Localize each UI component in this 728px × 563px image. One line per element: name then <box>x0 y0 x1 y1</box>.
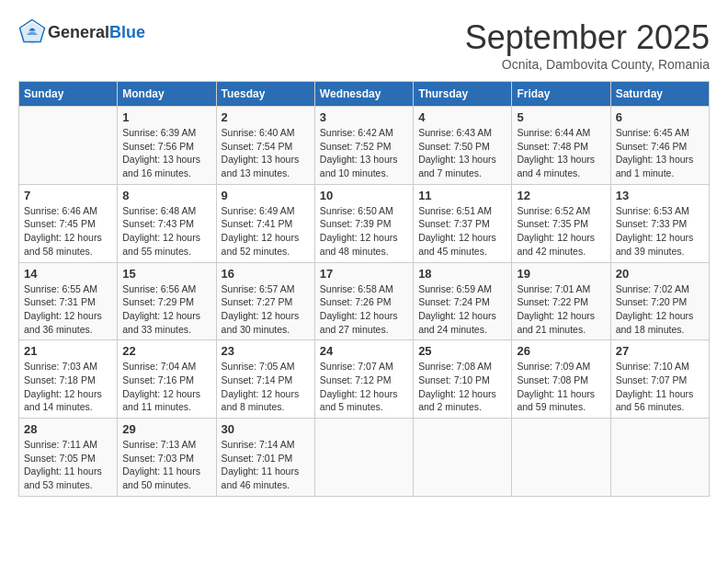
calendar-cell <box>414 419 512 497</box>
day-info: Sunrise: 7:13 AM Sunset: 7:03 PM Dayligh… <box>122 438 210 492</box>
calendar-table: SundayMondayTuesdayWednesdayThursdayFrid… <box>18 81 710 497</box>
calendar-cell: 1Sunrise: 6:39 AM Sunset: 7:56 PM Daylig… <box>118 107 216 185</box>
day-info: Sunrise: 6:55 AM Sunset: 7:31 PM Dayligh… <box>24 282 112 337</box>
weekday-header-tuesday: Tuesday <box>216 82 314 107</box>
day-info: Sunrise: 6:44 AM Sunset: 7:48 PM Dayligh… <box>517 126 605 180</box>
calendar-cell: 18Sunrise: 6:59 AM Sunset: 7:24 PM Dayli… <box>414 262 512 340</box>
day-number: 18 <box>418 267 506 281</box>
day-number: 24 <box>320 344 408 358</box>
day-info: Sunrise: 6:43 AM Sunset: 7:50 PM Dayligh… <box>418 126 506 180</box>
logo-icon <box>18 18 46 46</box>
day-number: 11 <box>418 189 506 202</box>
day-number: 14 <box>24 267 112 281</box>
weekday-header-monday: Monday <box>118 82 216 107</box>
calendar-cell: 25Sunrise: 7:08 AM Sunset: 7:10 PM Dayli… <box>414 340 512 419</box>
calendar-cell: 30Sunrise: 7:14 AM Sunset: 7:01 PM Dayli… <box>216 419 314 497</box>
month-title: September 2025 <box>465 18 710 57</box>
day-number: 4 <box>418 110 506 124</box>
calendar-cell: 8Sunrise: 6:48 AM Sunset: 7:43 PM Daylig… <box>118 184 216 262</box>
logo-text: GeneralBlue <box>48 23 145 42</box>
day-number: 23 <box>222 344 310 358</box>
day-info: Sunrise: 6:51 AM Sunset: 7:37 PM Dayligh… <box>418 204 506 259</box>
day-info: Sunrise: 7:04 AM Sunset: 7:16 PM Dayligh… <box>122 360 210 414</box>
title-block: September 2025 Ocnita, Dambovita County,… <box>465 18 710 72</box>
calendar-cell: 4Sunrise: 6:43 AM Sunset: 7:50 PM Daylig… <box>414 107 512 185</box>
day-info: Sunrise: 6:46 AM Sunset: 7:45 PM Dayligh… <box>24 204 112 259</box>
page-header: GeneralBlue September 2025 Ocnita, Dambo… <box>18 18 710 72</box>
day-number: 5 <box>517 110 605 124</box>
calendar-cell: 11Sunrise: 6:51 AM Sunset: 7:37 PM Dayli… <box>414 184 512 262</box>
calendar-week-row: 1Sunrise: 6:39 AM Sunset: 7:56 PM Daylig… <box>19 107 710 185</box>
calendar-cell: 10Sunrise: 6:50 AM Sunset: 7:39 PM Dayli… <box>314 184 413 262</box>
day-info: Sunrise: 7:10 AM Sunset: 7:07 PM Dayligh… <box>616 360 704 414</box>
day-info: Sunrise: 6:48 AM Sunset: 7:43 PM Dayligh… <box>122 204 210 259</box>
day-info: Sunrise: 6:45 AM Sunset: 7:46 PM Dayligh… <box>616 126 704 180</box>
day-number: 10 <box>320 189 408 202</box>
day-number: 29 <box>122 422 210 436</box>
calendar-cell: 16Sunrise: 6:57 AM Sunset: 7:27 PM Dayli… <box>216 262 314 340</box>
calendar-week-row: 7Sunrise: 6:46 AM Sunset: 7:45 PM Daylig… <box>19 184 710 262</box>
weekday-header-row: SundayMondayTuesdayWednesdayThursdayFrid… <box>19 82 710 107</box>
calendar-cell <box>314 419 413 497</box>
day-info: Sunrise: 6:52 AM Sunset: 7:35 PM Dayligh… <box>517 204 605 259</box>
calendar-cell: 12Sunrise: 6:52 AM Sunset: 7:35 PM Dayli… <box>512 184 610 262</box>
location-subtitle: Ocnita, Dambovita County, Romania <box>465 57 710 72</box>
day-info: Sunrise: 6:56 AM Sunset: 7:29 PM Dayligh… <box>122 282 210 337</box>
calendar-cell: 2Sunrise: 6:40 AM Sunset: 7:54 PM Daylig… <box>216 107 314 185</box>
day-info: Sunrise: 6:49 AM Sunset: 7:41 PM Dayligh… <box>222 204 310 259</box>
calendar-cell: 7Sunrise: 6:46 AM Sunset: 7:45 PM Daylig… <box>19 184 118 262</box>
day-number: 20 <box>616 267 704 281</box>
day-number: 27 <box>616 344 704 358</box>
day-info: Sunrise: 6:39 AM Sunset: 7:56 PM Dayligh… <box>122 126 210 180</box>
day-info: Sunrise: 7:03 AM Sunset: 7:18 PM Dayligh… <box>24 360 112 414</box>
logo-blue: Blue <box>109 23 145 41</box>
day-info: Sunrise: 7:14 AM Sunset: 7:01 PM Dayligh… <box>222 438 310 492</box>
weekday-header-sunday: Sunday <box>19 82 118 107</box>
day-number: 13 <box>616 189 704 202</box>
calendar-cell <box>512 419 610 497</box>
day-number: 25 <box>418 344 506 358</box>
day-info: Sunrise: 7:05 AM Sunset: 7:14 PM Dayligh… <box>222 360 310 414</box>
day-info: Sunrise: 7:02 AM Sunset: 7:20 PM Dayligh… <box>616 282 704 337</box>
day-number: 17 <box>320 267 408 281</box>
calendar-cell: 23Sunrise: 7:05 AM Sunset: 7:14 PM Dayli… <box>216 340 314 419</box>
day-number: 6 <box>616 110 704 124</box>
calendar-cell: 29Sunrise: 7:13 AM Sunset: 7:03 PM Dayli… <box>118 419 216 497</box>
calendar-cell: 19Sunrise: 7:01 AM Sunset: 7:22 PM Dayli… <box>512 262 610 340</box>
logo-general: General <box>48 23 109 41</box>
day-info: Sunrise: 6:59 AM Sunset: 7:24 PM Dayligh… <box>418 282 506 337</box>
day-info: Sunrise: 6:40 AM Sunset: 7:54 PM Dayligh… <box>222 126 310 180</box>
day-number: 7 <box>24 189 112 202</box>
calendar-cell: 28Sunrise: 7:11 AM Sunset: 7:05 PM Dayli… <box>19 419 118 497</box>
calendar-cell <box>610 419 709 497</box>
day-info: Sunrise: 6:57 AM Sunset: 7:27 PM Dayligh… <box>222 282 310 337</box>
day-number: 22 <box>122 344 210 358</box>
calendar-cell: 14Sunrise: 6:55 AM Sunset: 7:31 PM Dayli… <box>19 262 118 340</box>
calendar-cell: 22Sunrise: 7:04 AM Sunset: 7:16 PM Dayli… <box>118 340 216 419</box>
day-number: 9 <box>222 189 310 202</box>
day-number: 21 <box>24 344 112 358</box>
calendar-cell: 21Sunrise: 7:03 AM Sunset: 7:18 PM Dayli… <box>19 340 118 419</box>
day-info: Sunrise: 6:42 AM Sunset: 7:52 PM Dayligh… <box>320 126 408 180</box>
day-number: 16 <box>222 267 310 281</box>
calendar-cell <box>19 107 118 185</box>
day-info: Sunrise: 6:58 AM Sunset: 7:26 PM Dayligh… <box>320 282 408 337</box>
day-number: 3 <box>320 110 408 124</box>
weekday-header-friday: Friday <box>512 82 610 107</box>
calendar-week-row: 21Sunrise: 7:03 AM Sunset: 7:18 PM Dayli… <box>19 340 710 419</box>
calendar-cell: 24Sunrise: 7:07 AM Sunset: 7:12 PM Dayli… <box>314 340 413 419</box>
day-info: Sunrise: 7:08 AM Sunset: 7:10 PM Dayligh… <box>418 360 506 414</box>
calendar-cell: 3Sunrise: 6:42 AM Sunset: 7:52 PM Daylig… <box>314 107 413 185</box>
calendar-cell: 26Sunrise: 7:09 AM Sunset: 7:08 PM Dayli… <box>512 340 610 419</box>
calendar-cell: 6Sunrise: 6:45 AM Sunset: 7:46 PM Daylig… <box>610 107 709 185</box>
day-number: 12 <box>517 189 605 202</box>
day-number: 30 <box>222 422 310 436</box>
calendar-cell: 20Sunrise: 7:02 AM Sunset: 7:20 PM Dayli… <box>610 262 709 340</box>
day-number: 2 <box>222 110 310 124</box>
day-info: Sunrise: 7:11 AM Sunset: 7:05 PM Dayligh… <box>24 438 112 492</box>
logo: GeneralBlue <box>18 18 145 46</box>
calendar-cell: 27Sunrise: 7:10 AM Sunset: 7:07 PM Dayli… <box>610 340 709 419</box>
weekday-header-saturday: Saturday <box>610 82 709 107</box>
day-number: 28 <box>24 422 112 436</box>
day-number: 19 <box>517 267 605 281</box>
